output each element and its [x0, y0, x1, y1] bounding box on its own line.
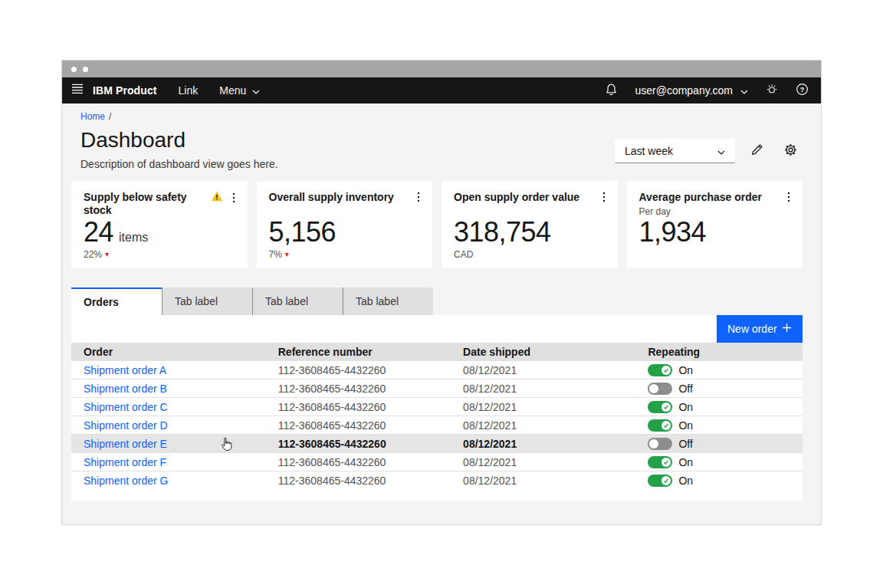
tab-label-2[interactable]: Tab label: [252, 287, 343, 315]
repeating-toggle[interactable]: On: [648, 364, 803, 376]
order-link[interactable]: Shipment order A: [84, 364, 166, 376]
tab-label: Tab label: [265, 295, 308, 307]
table-row[interactable]: Shipment order F 112-3608465-4432260 08/…: [71, 453, 803, 471]
table-row[interactable]: Shipment order A 112-3608465-4432260 08/…: [71, 361, 803, 379]
date-cell: 08/12/2021: [451, 383, 635, 395]
toggle-state-label: On: [678, 456, 693, 468]
overflow-menu-icon[interactable]: [417, 191, 420, 203]
order-link[interactable]: Shipment order F: [84, 456, 166, 468]
metric-unit: CAD: [454, 249, 473, 260]
metric-value: 318,754: [454, 218, 551, 246]
new-order-button[interactable]: New order: [717, 315, 803, 343]
table-row[interactable]: Shipment order E 112-3608465-4432260 08/…: [71, 435, 803, 453]
metric-card-overall-supply-inventory: Overall supply inventory 5,156 7% ▾: [257, 181, 433, 268]
time-range-dropdown[interactable]: Last week: [615, 139, 735, 163]
repeating-toggle[interactable]: On: [648, 419, 803, 432]
tab-label-1[interactable]: Tab label: [162, 287, 252, 315]
warning-icon: [211, 191, 223, 205]
table-row[interactable]: Shipment order C 112-3608465-4432260 08/…: [71, 398, 803, 416]
column-header-repeating[interactable]: Repeating: [635, 346, 803, 358]
order-link[interactable]: Shipment order B: [84, 383, 167, 395]
user-menu[interactable]: user@company.com: [635, 84, 748, 97]
repeating-toggle[interactable]: Off: [648, 438, 803, 450]
order-link[interactable]: Shipment order C: [84, 401, 168, 413]
date-cell: 08/12/2021: [451, 456, 635, 468]
toggle-state-label: On: [678, 401, 693, 413]
overflow-menu-icon[interactable]: [232, 192, 235, 204]
toggle-track: [648, 456, 672, 468]
repeating-toggle[interactable]: Off: [648, 383, 803, 395]
toggle-knob: [661, 366, 671, 375]
toggle-state-label: Off: [678, 383, 692, 395]
hamburger-menu-button[interactable]: [62, 77, 93, 103]
tab-label-3[interactable]: Tab label: [343, 287, 433, 315]
settings-button[interactable]: [778, 139, 803, 163]
table-row[interactable]: Shipment order G 112-3608465-4432260 08/…: [71, 471, 803, 490]
order-link[interactable]: Shipment order E: [84, 438, 167, 450]
toggle-track: [648, 364, 672, 376]
hamburger-icon: [71, 84, 84, 97]
app-window: IBM Product Link Menu user@company.com: [61, 60, 822, 525]
overflow-menu-icon[interactable]: [602, 191, 606, 203]
column-header-reference[interactable]: Reference number: [266, 346, 451, 358]
table-row[interactable]: Shipment order D 112-3608465-4432260 08/…: [71, 416, 803, 435]
window-dot: [83, 67, 88, 72]
page-description: Description of dashboard view goes here.: [80, 158, 278, 170]
reference-cell: 112-3608465-4432260: [266, 475, 451, 487]
date-cell: 08/12/2021: [451, 419, 635, 432]
card-title: Supply below safety stock: [84, 191, 211, 217]
app-header: IBM Product Link Menu user@company.com: [62, 77, 821, 103]
tab-label: Tab label: [356, 295, 399, 307]
svg-text:?: ?: [800, 85, 805, 93]
edit-button[interactable]: [744, 139, 769, 163]
toggle-knob: [661, 402, 671, 412]
order-link[interactable]: Shipment order D: [84, 419, 168, 432]
order-link[interactable]: Shipment order G: [84, 475, 169, 487]
notifications-button[interactable]: [605, 83, 618, 99]
orders-table-section: New order Order Reference number Date sh…: [71, 315, 803, 501]
repeating-toggle[interactable]: On: [648, 475, 803, 487]
column-header-date[interactable]: Date shipped: [451, 346, 635, 358]
caret-down-icon: ▾: [105, 251, 109, 258]
header-menu-label: Menu: [219, 84, 246, 97]
card-title: Average purchase order: [639, 191, 763, 204]
bell-icon: [605, 83, 618, 99]
page-title: Dashboard: [80, 128, 278, 153]
card-title: Overall supply inventory: [269, 191, 394, 204]
header-menu[interactable]: Menu: [219, 84, 260, 97]
toggle-track: [648, 419, 672, 432]
page-content: Home / Dashboard Description of dashboar…: [62, 103, 821, 501]
toggle-state-label: Off: [678, 438, 692, 450]
breadcrumb-home-link[interactable]: Home: [80, 111, 105, 122]
edit-icon: [750, 143, 763, 159]
reference-cell: 112-3608465-4432260: [266, 419, 451, 432]
user-email: user@company.com: [635, 84, 733, 97]
toggle-track: [648, 438, 672, 450]
help-icon: ?: [796, 83, 809, 99]
reference-cell: 112-3608465-4432260: [266, 401, 451, 413]
table-row[interactable]: Shipment order B 112-3608465-4432260 08/…: [71, 379, 803, 398]
date-cell: 08/12/2021: [451, 364, 635, 376]
repeating-toggle[interactable]: On: [648, 456, 803, 468]
toggle-state-label: On: [678, 364, 693, 376]
toggle-knob: [661, 421, 671, 430]
column-header-order[interactable]: Order: [71, 346, 266, 358]
header-link[interactable]: Link: [179, 84, 199, 97]
reference-cell: 112-3608465-4432260: [266, 456, 451, 468]
date-cell: 08/12/2021: [451, 438, 635, 450]
tab-bar: Orders Tab label Tab label Tab label: [71, 287, 803, 315]
help-button[interactable]: ?: [796, 83, 809, 99]
product-name: IBM Product: [93, 84, 157, 97]
metric-value: 24: [84, 218, 113, 246]
reference-cell: 112-3608465-4432260: [266, 364, 451, 376]
reference-cell: 112-3608465-4432260: [266, 383, 451, 395]
toggle-knob: [649, 384, 658, 393]
overflow-menu-icon[interactable]: [787, 191, 790, 203]
session-toggle-button[interactable]: [765, 82, 779, 99]
metric-value: 5,156: [269, 218, 336, 246]
repeating-toggle[interactable]: On: [648, 401, 803, 413]
card-subtitle: Per day: [639, 206, 763, 217]
tab-orders[interactable]: Orders: [71, 287, 162, 315]
gear-icon: [784, 143, 797, 159]
date-cell: 08/12/2021: [451, 401, 635, 413]
